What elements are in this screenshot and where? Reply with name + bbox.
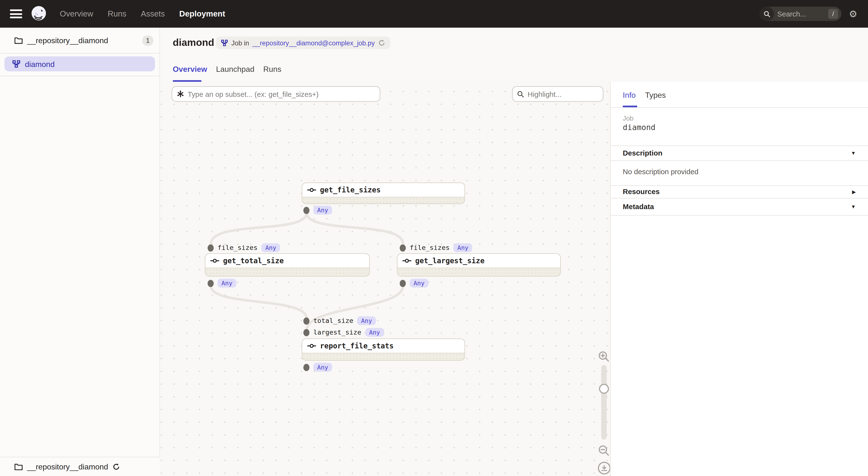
- type-badge[interactable]: Any: [410, 279, 428, 287]
- active-tab-indicator: [173, 80, 202, 82]
- tab-types[interactable]: Types: [645, 91, 666, 99]
- type-badge[interactable]: Any: [454, 243, 472, 252]
- input-port[interactable]: [208, 244, 214, 251]
- op-node-get_largest_size[interactable]: get_largest_size: [397, 253, 561, 277]
- page-header: diamond Job in __repository__diamond@com…: [160, 28, 868, 82]
- highlight-filter[interactable]: [512, 87, 603, 102]
- info-panel: Info Types Job diamond Description ▼ No …: [611, 82, 868, 476]
- output-row-report_file_stats[interactable]: Any: [303, 363, 332, 371]
- section-title: Resources: [623, 188, 660, 196]
- app-root: Overview Runs Assets Deployment / ⚙ __re…: [0, 0, 868, 476]
- job-field-label: Job: [623, 114, 633, 122]
- output-row-get_total_size[interactable]: Any: [208, 279, 236, 287]
- output-port[interactable]: [400, 279, 406, 287]
- op-icon: [307, 343, 316, 348]
- type-badge[interactable]: Any: [357, 316, 376, 325]
- page-title: diamond: [173, 37, 214, 49]
- chevron-down-icon: ▼: [851, 150, 856, 156]
- section-resources[interactable]: Resources ▶: [611, 185, 868, 198]
- reload-icon[interactable]: [378, 39, 385, 46]
- op-selector-icon: [177, 90, 184, 98]
- job-graph-icon: [221, 39, 228, 46]
- section-description[interactable]: Description ▼: [611, 145, 868, 160]
- search-icon: [517, 91, 524, 98]
- folder-icon: [14, 37, 23, 44]
- zoom-slider-track[interactable]: [601, 365, 607, 440]
- reload-repository-icon[interactable]: [113, 463, 120, 471]
- folder-icon: [14, 463, 23, 470]
- tab-info[interactable]: Info: [623, 91, 636, 99]
- op-graph-canvas[interactable]: get_file_sizes Any file_sizes Any file_s…: [160, 82, 610, 476]
- sidebar-item-diamond-job[interactable]: diamond: [4, 56, 155, 71]
- type-badge[interactable]: Any: [365, 328, 384, 337]
- type-badge[interactable]: Any: [261, 243, 280, 252]
- op-name: get_file_sizes: [320, 185, 380, 194]
- nav-item-overview[interactable]: Overview: [60, 9, 93, 18]
- primary-nav: Overview Runs Assets Deployment: [60, 9, 225, 18]
- output-port[interactable]: [303, 364, 309, 371]
- nav-item-deployment[interactable]: Deployment: [179, 9, 225, 18]
- input-row-file_sizes-right[interactable]: file_sizes Any: [400, 243, 472, 252]
- input-row-largest_size[interactable]: largest_size Any: [303, 328, 384, 337]
- op-subset-filter[interactable]: [172, 87, 380, 102]
- nav-item-assets[interactable]: Assets: [141, 9, 165, 18]
- global-search[interactable]: /: [760, 6, 841, 21]
- sidebar-item-label: diamond: [25, 60, 55, 68]
- hamburger-menu-icon[interactable]: [10, 9, 22, 18]
- zoom-in-button[interactable]: [598, 350, 610, 363]
- nav-item-runs[interactable]: Runs: [107, 9, 126, 18]
- section-metadata[interactable]: Metadata ▼: [611, 198, 868, 215]
- zoom-slider-knob[interactable]: [599, 384, 609, 394]
- job-tabs: Overview Launchpad Runs: [173, 65, 281, 73]
- job-origin-badge: Job in __repository__diamond@complex_job…: [216, 36, 390, 49]
- output-port[interactable]: [208, 279, 214, 287]
- tab-overview[interactable]: Overview: [173, 65, 207, 73]
- output-port[interactable]: [303, 206, 309, 214]
- chevron-right-icon: ▶: [852, 189, 856, 194]
- job-origin-link[interactable]: __repository__diamond@complex_job.py: [252, 39, 375, 47]
- repository-row[interactable]: __repository__diamond 1: [0, 32, 160, 48]
- op-name: report_file_stats: [320, 342, 394, 350]
- type-badge[interactable]: Any: [218, 279, 236, 287]
- op-node-get_total_size[interactable]: get_total_size: [205, 253, 370, 277]
- left-sidebar: __repository__diamond 1 diamond __reposi…: [0, 28, 160, 476]
- highlight-input[interactable]: [527, 90, 600, 98]
- op-subset-input[interactable]: [188, 90, 361, 98]
- top-navbar: Overview Runs Assets Deployment / ⚙: [0, 0, 868, 28]
- download-icon: [601, 465, 607, 471]
- description-empty-text: No description provided: [623, 168, 698, 176]
- op-config-strip: [302, 353, 465, 360]
- tab-launchpad[interactable]: Launchpad: [216, 65, 254, 73]
- tab-runs[interactable]: Runs: [263, 65, 281, 73]
- op-node-get_file_sizes[interactable]: get_file_sizes: [302, 182, 465, 204]
- output-row-get_file_sizes[interactable]: Any: [303, 206, 332, 214]
- input-name: largest_size: [313, 329, 361, 336]
- op-icon: [402, 258, 411, 263]
- input-port[interactable]: [400, 244, 406, 251]
- settings-gear-icon[interactable]: ⚙: [841, 8, 865, 20]
- input-name: file_sizes: [218, 244, 258, 251]
- dagster-logo-icon[interactable]: [30, 5, 48, 23]
- input-port[interactable]: [303, 317, 309, 325]
- type-badge[interactable]: Any: [313, 363, 332, 371]
- op-config-strip: [302, 197, 465, 203]
- search-icon: [760, 6, 774, 21]
- type-badge[interactable]: Any: [313, 206, 332, 214]
- search-input[interactable]: [777, 10, 822, 18]
- download-graph-button[interactable]: [598, 462, 611, 474]
- op-name: get_total_size: [223, 257, 284, 265]
- job-graph-icon: [12, 60, 21, 68]
- job-field-value: diamond: [623, 123, 655, 132]
- op-node-report_file_stats[interactable]: report_file_stats: [302, 338, 465, 361]
- job-count-badge: 1: [142, 35, 154, 45]
- zoom-out-button[interactable]: [598, 445, 610, 457]
- input-port[interactable]: [303, 329, 309, 336]
- sidebar-footer: __repository__diamond: [0, 457, 160, 476]
- op-icon: [307, 187, 316, 193]
- input-row-total_size[interactable]: total_size Any: [303, 316, 376, 325]
- output-row-get_largest_size[interactable]: Any: [400, 279, 428, 287]
- op-config-strip: [206, 268, 369, 276]
- search-shortcut-badge: /: [828, 9, 838, 19]
- input-row-file_sizes-left[interactable]: file_sizes Any: [208, 243, 280, 252]
- op-icon: [210, 258, 219, 263]
